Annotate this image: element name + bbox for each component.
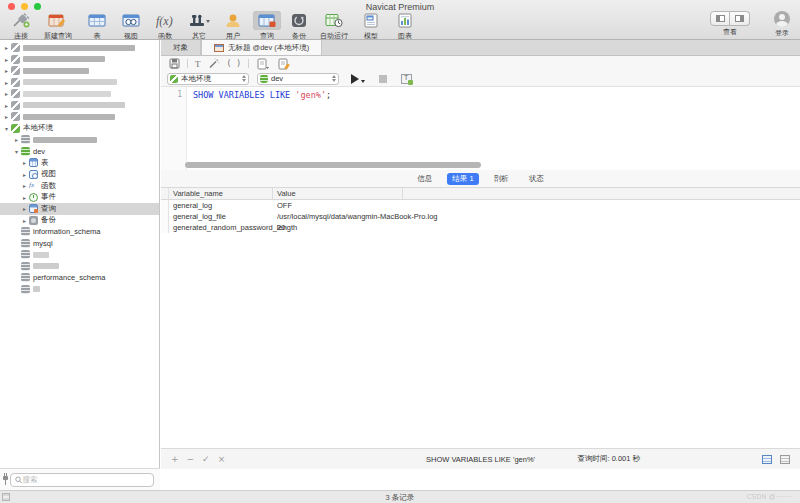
tree-item-label: information_schema	[33, 227, 101, 236]
scrollbar-thumb[interactable]	[185, 162, 481, 168]
disclosure-icon[interactable]: ▸	[20, 194, 29, 201]
disclosure-icon[interactable]: ▾	[12, 148, 21, 155]
toggle-right-pane-button[interactable]	[730, 11, 750, 26]
redacted-label	[23, 68, 89, 74]
explain-button[interactable]	[401, 74, 412, 84]
form-view-button[interactable]	[780, 455, 790, 464]
beautify-sql-button[interactable]	[208, 58, 220, 69]
tab-result-1[interactable]: 结果 1	[447, 173, 478, 185]
tree-folder-views[interactable]: ▸视图	[0, 169, 159, 181]
disclosure-icon[interactable]: ▸	[20, 217, 29, 224]
query-builder-button[interactable]	[277, 58, 291, 70]
tab-info[interactable]: 信息	[412, 173, 437, 185]
tree-database-redacted[interactable]	[0, 249, 159, 261]
grid-row[interactable]: general_log_file /usr/local/mysql/data/w…	[161, 211, 800, 222]
disclosure-icon[interactable]: ▸	[2, 67, 11, 74]
disclosure-icon[interactable]: ▾	[2, 125, 11, 132]
tree-connection-redacted[interactable]: ▸	[0, 111, 159, 123]
cell-variable-name[interactable]: general_log_file	[169, 211, 273, 222]
toggle-left-pane-button[interactable]	[710, 11, 730, 26]
tab-profile[interactable]: 剖析	[489, 173, 514, 185]
sql-editor[interactable]: 1 SHOW VARIABLES LIKE 'gen%';	[161, 87, 800, 170]
text-format-button[interactable]: T	[195, 59, 201, 69]
disclosure-icon[interactable]: ▸	[2, 44, 11, 51]
play-icon	[351, 74, 359, 84]
tree-folder-backups[interactable]: ▸备份	[0, 215, 159, 227]
tree-database-redacted[interactable]	[0, 261, 159, 273]
toolbar-query-button[interactable]: 查询	[250, 11, 284, 41]
tab-status[interactable]: 状态	[524, 173, 549, 185]
code-snippet-button[interactable]: ( )	[227, 59, 241, 68]
toolbar-charts-button[interactable]: 图表	[388, 11, 422, 41]
tree-database-redacted[interactable]	[0, 284, 159, 296]
grid-view-button[interactable]	[762, 455, 772, 464]
row-marker[interactable]	[161, 211, 169, 222]
connection-icon	[11, 55, 20, 64]
cell-variable-name[interactable]: generated_random_password_length	[169, 222, 273, 233]
toolbar-view-button[interactable]: 视图	[114, 11, 148, 41]
tree-connection-local[interactable]: ▾本地环境	[0, 123, 159, 135]
disclosure-icon[interactable]: ▸	[20, 205, 29, 212]
stop-query-button[interactable]	[379, 75, 387, 83]
editor-horizontal-scrollbar[interactable]	[161, 161, 800, 169]
sql-code-line[interactable]: SHOW VARIABLES LIKE 'gen%';	[187, 87, 331, 170]
disclosure-icon[interactable]: ▸	[12, 136, 21, 143]
column-header-variable-name[interactable]: Variable_name	[169, 188, 273, 199]
database-open-icon	[21, 147, 30, 156]
export-result-button[interactable]	[256, 58, 270, 70]
disclosure-icon[interactable]: ▸	[20, 182, 29, 189]
tab-objects[interactable]: 对象	[161, 40, 201, 55]
tree-connection-redacted[interactable]: ▸	[0, 100, 159, 112]
database-select[interactable]: dev	[257, 73, 339, 85]
toolbar-function-button[interactable]: f(x) 函数	[148, 11, 182, 41]
cell-value[interactable]: /usr/local/mysql/data/wangmin-MacBook-Pr…	[273, 211, 403, 222]
tree-database-performance-schema[interactable]: performance_schema	[0, 272, 159, 284]
tree-folder-tables[interactable]: ▸表	[0, 157, 159, 169]
toolbar-model-button[interactable]: 模型	[354, 11, 388, 41]
disclosure-icon[interactable]: ▸	[2, 102, 11, 109]
run-query-button[interactable]	[351, 74, 365, 84]
disclosure-icon[interactable]: ▸	[2, 79, 11, 86]
tree-database-dev[interactable]: ▾dev	[0, 146, 159, 158]
toolbar-others-button[interactable]: 其它	[182, 11, 216, 41]
toolbar-backup-button[interactable]: 备份	[284, 11, 314, 41]
tree-database-redacted[interactable]: ▸	[0, 134, 159, 146]
toolbar-user-button[interactable]: 用户	[216, 11, 250, 41]
connection-tree: ▸ ▸ ▸ ▸ ▸ ▸ ▸ ▾本地环境 ▸ ▾dev ▸表 ▸视图 ▸fx函数 …	[0, 42, 159, 295]
cell-variable-name[interactable]: general_log	[169, 200, 273, 211]
tab-label: 对象	[173, 43, 188, 53]
tree-database-information-schema[interactable]: information_schema	[0, 226, 159, 238]
disclosure-icon[interactable]: ▸	[20, 171, 29, 178]
toolbar-table-button[interactable]: 表	[80, 11, 114, 41]
row-marker[interactable]	[161, 200, 169, 211]
tree-connection-redacted[interactable]: ▸	[0, 77, 159, 89]
toolbar-connect-button[interactable]: 连接	[6, 11, 36, 41]
tree-folder-queries[interactable]: ▸查询	[0, 203, 159, 215]
login-avatar-icon[interactable]	[774, 11, 790, 27]
tree-connection-redacted[interactable]: ▸	[0, 42, 159, 54]
tab-untitled-query[interactable]: 无标题 @dev (本地环境)	[201, 40, 322, 55]
tree-connection-redacted[interactable]: ▸	[0, 88, 159, 100]
disclosure-icon[interactable]: ▸	[2, 90, 11, 97]
grid-row[interactable]: generated_random_password_length 20	[161, 222, 800, 233]
disclosure-icon[interactable]: ▸	[20, 159, 29, 166]
tree-folder-functions[interactable]: ▸fx函数	[0, 180, 159, 192]
disclosure-icon[interactable]: ▸	[2, 113, 11, 120]
toolbar-automation-button[interactable]: 自动运行	[314, 11, 354, 41]
tree-folder-events[interactable]: ▸事件	[0, 192, 159, 204]
tree-item-label: 事件	[41, 192, 56, 202]
tree-connection-redacted[interactable]: ▸	[0, 65, 159, 77]
column-header-value[interactable]: Value	[273, 188, 403, 199]
connection-status-icon	[0, 473, 10, 486]
tree-database-mysql[interactable]: mysql	[0, 238, 159, 250]
cell-value[interactable]: 20	[273, 222, 403, 233]
save-button[interactable]	[169, 58, 180, 69]
connection-select[interactable]: 本地环境	[167, 73, 249, 85]
search-input[interactable]	[23, 475, 149, 484]
toolbar-new-query-button[interactable]: 新建查询	[36, 11, 80, 41]
row-marker[interactable]	[161, 222, 169, 233]
grid-row[interactable]: general_log OFF	[161, 200, 800, 211]
disclosure-icon[interactable]: ▸	[2, 56, 11, 63]
tree-connection-redacted[interactable]: ▸	[0, 54, 159, 66]
cell-value[interactable]: OFF	[273, 200, 403, 211]
